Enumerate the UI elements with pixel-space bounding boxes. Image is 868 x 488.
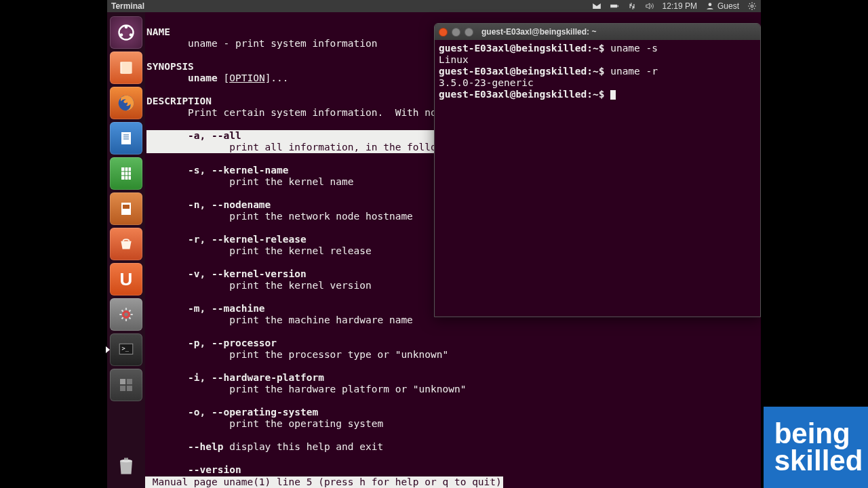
man-option: -o, --operating-system	[188, 407, 318, 418]
settings-icon[interactable]	[110, 298, 142, 331]
man-name-header: NAME	[146, 26, 170, 37]
man-option: -p, --processor	[188, 338, 277, 348]
minimize-icon[interactable]	[452, 28, 460, 37]
svg-rect-23	[120, 379, 125, 384]
software-center-icon[interactable]	[110, 228, 142, 260]
close-icon[interactable]	[439, 28, 448, 37]
svg-rect-24	[127, 379, 132, 384]
terminal-prompt: guest-E03axl@beingskilled:~$	[439, 66, 604, 77]
trash-icon[interactable]	[110, 449, 142, 481]
man-synopsis-header: SYNOPSIS	[146, 61, 194, 72]
man-desc-header: DESCRIPTION	[146, 96, 212, 106]
terminal-cmd: uname -r	[604, 66, 658, 77]
man-option: -r, --kernel-release	[188, 234, 307, 245]
unity-launcher: U >_	[107, 12, 145, 488]
man-option: -n, --nodename	[188, 199, 271, 210]
terminal-titlebar[interactable]: guest-E03axl@beingskilled: ~	[435, 24, 760, 40]
gear-icon[interactable]	[747, 1, 757, 11]
user-menu[interactable]: Guest	[705, 1, 739, 11]
top-panel: Terminal 12:19 PM Guest	[107, 0, 761, 12]
terminal-window[interactable]: guest-E03axl@beingskilled: ~ guest-E03ax…	[434, 23, 761, 317]
man-option: --help	[188, 441, 223, 452]
files-icon[interactable]	[110, 52, 142, 84]
mail-icon[interactable]	[592, 1, 601, 11]
svg-rect-26	[127, 386, 132, 391]
man-option: --version	[188, 464, 241, 475]
svg-point-1	[751, 5, 753, 7]
svg-point-4	[130, 33, 133, 37]
terminal-icon[interactable]: >_	[110, 333, 142, 366]
man-option: -v, --kernel-version	[188, 268, 307, 279]
man-desc-line: Print certain system information. With n…	[146, 107, 437, 118]
svg-rect-9	[121, 132, 131, 144]
firefox-icon[interactable]	[110, 87, 142, 119]
watermark: being skilled	[764, 407, 868, 488]
svg-rect-7	[122, 62, 132, 73]
svg-point-3	[125, 26, 128, 29]
man-cursor	[491, 477, 497, 488]
terminal-output: 3.5.0-23-generic	[439, 77, 534, 88]
terminal-cursor	[610, 90, 616, 100]
svg-text:>_: >_	[122, 345, 130, 352]
terminal-prompt: guest-E03axl@beingskilled:~$	[439, 43, 604, 54]
terminal-prompt: guest-E03axl@beingskilled:~$	[439, 89, 604, 100]
terminal-body[interactable]: guest-E03axl@beingskilled:~$ uname -s Li…	[435, 40, 760, 103]
terminal-cmd: uname -s	[604, 43, 658, 54]
clock[interactable]: 12:19 PM	[663, 1, 697, 11]
man-option: -i, --hardware-platform	[188, 372, 324, 383]
svg-rect-19	[123, 205, 130, 209]
impress-icon[interactable]	[110, 192, 142, 225]
terminal-title: guest-E03axl@beingskilled: ~	[481, 27, 596, 37]
svg-rect-13	[121, 167, 131, 180]
svg-point-20	[123, 312, 130, 318]
svg-rect-25	[120, 386, 125, 391]
man-option: -s, --kernel-name	[188, 165, 288, 176]
man-synopsis-arg: OPTION	[229, 73, 264, 83]
ubuntu-one-icon[interactable]: U	[110, 263, 142, 296]
terminal-output: Linux	[439, 54, 469, 65]
network-icon[interactable]	[627, 1, 637, 11]
dash-icon[interactable]	[110, 16, 142, 49]
svg-point-0	[709, 3, 712, 6]
workspace-switcher-icon[interactable]	[110, 369, 142, 401]
svg-point-5	[120, 33, 123, 37]
active-app-title: Terminal	[107, 1, 144, 11]
man-status-line: Manual page uname(1) line 5 (press h for…	[145, 476, 503, 488]
maximize-icon[interactable]	[465, 28, 473, 37]
man-name-line: uname - print system information	[146, 38, 377, 49]
calc-icon[interactable]	[110, 157, 142, 190]
man-synopsis-cmd: uname	[188, 73, 218, 83]
man-option: -m, --machine	[188, 303, 265, 314]
svg-rect-28	[124, 458, 128, 460]
writer-icon[interactable]	[110, 122, 142, 155]
battery-icon[interactable]	[610, 1, 619, 11]
volume-icon[interactable]	[645, 1, 654, 11]
